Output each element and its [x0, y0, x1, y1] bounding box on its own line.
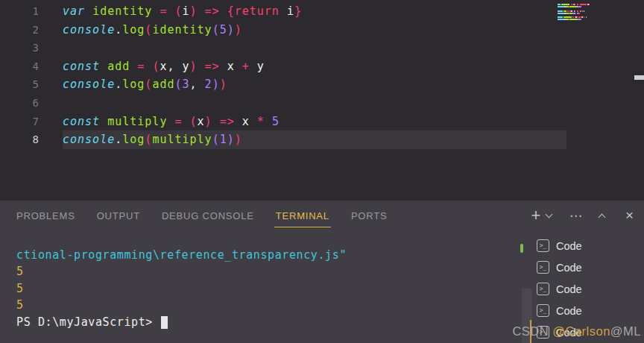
code-token: =>	[205, 60, 220, 73]
tab-problems[interactable]: PROBLEMS	[16, 201, 75, 230]
code-text: console.log(identity(5))	[63, 21, 242, 40]
code-line[interactable]: 1var identity = (i) => {return i}	[0, 2, 566, 21]
terminal-output: ctional-programming\reference_transparen…	[16, 247, 347, 330]
plus-icon[interactable]: +	[529, 206, 543, 225]
terminal-icon: >_	[537, 261, 549, 274]
code-token: )	[212, 78, 220, 91]
terminal-prompt-line: PS D:\myJavaScript>	[16, 314, 347, 330]
code-line[interactable]: 3	[0, 39, 566, 57]
code-token: multiply	[152, 133, 212, 146]
panel-tab-bar: PROBLEMSOUTPUTDEBUG CONSOLETERMINALPORTS	[0, 201, 387, 230]
code-token	[198, 78, 205, 91]
code-token	[265, 115, 272, 128]
chevron-down-icon	[545, 211, 552, 218]
line-number: 8	[0, 130, 39, 149]
bottom-panel: PROBLEMSOUTPUTDEBUG CONSOLETERMINALPORTS…	[0, 200, 644, 343]
code-token	[85, 4, 92, 18]
active-terminal-indicator	[520, 244, 523, 253]
code-line[interactable]: 6	[0, 94, 566, 113]
code-token: x	[242, 115, 250, 128]
code-token: (	[212, 133, 220, 146]
code-token: )	[235, 133, 242, 146]
tab-debug-console[interactable]: DEBUG CONSOLE	[162, 201, 254, 230]
code-token	[198, 60, 205, 73]
code-token	[100, 60, 107, 73]
code-token: =	[174, 115, 182, 128]
watermark-suffix: @ML	[610, 324, 641, 338]
code-token: .	[115, 78, 122, 91]
line-number: 5	[0, 75, 39, 94]
ellipsis-icon[interactable]: ⋯	[569, 208, 583, 224]
code-lines: 1var identity = (i) => {return i}2consol…	[0, 2, 566, 149]
code-token: 3	[183, 78, 190, 91]
terminal-icon: >_	[537, 304, 549, 317]
code-token: *	[257, 115, 265, 128]
close-icon[interactable]: ×	[625, 207, 634, 224]
code-token	[145, 60, 152, 73]
terminal-icon: >_	[537, 239, 549, 252]
code-line[interactable]: 4const add = (x, y) => x + y	[0, 57, 566, 76]
code-token: (	[174, 4, 182, 18]
code-token: const	[63, 60, 100, 73]
code-line[interactable]: 7const multiply = (x) => x * 5	[0, 113, 566, 131]
chevron-down-icon[interactable]	[546, 214, 552, 217]
code-token	[250, 60, 257, 73]
minimap-line	[558, 19, 625, 21]
terminal-list-item[interactable]: >_Code	[537, 300, 641, 321]
code-token: identity	[152, 23, 212, 37]
code-token: y	[257, 60, 265, 73]
code-line[interactable]: 8console.log(multiply(1))	[0, 130, 566, 149]
code-line[interactable]: 2console.log(identity(5))	[0, 21, 566, 40]
code-line[interactable]: 5console.log(add(3, 2))	[0, 75, 566, 94]
line-number: 7	[0, 113, 39, 131]
code-token: )	[190, 4, 198, 18]
scrollbar-thumb[interactable]	[634, 75, 644, 80]
code-token: .	[115, 133, 122, 146]
code-token: )	[235, 23, 242, 37]
tab-ports[interactable]: PORTS	[351, 201, 388, 230]
code-token: {	[227, 4, 235, 18]
terminal-list-item[interactable]: >_Code	[537, 257, 641, 278]
code-token: add	[107, 60, 130, 73]
terminal-cursor	[161, 316, 168, 329]
line-number: 3	[0, 39, 39, 57]
code-token: .	[115, 23, 122, 37]
code-token: (	[174, 78, 182, 91]
code-token: (	[145, 23, 152, 37]
terminal-list-label: Code	[556, 283, 582, 295]
code-token: log	[122, 78, 145, 91]
code-text: console.log(multiply(1))	[63, 130, 566, 149]
tab-terminal[interactable]: TERMINAL	[276, 201, 329, 230]
code-token: 2	[205, 78, 212, 91]
watermark-prefix: CSDN	[512, 324, 552, 338]
code-token	[130, 60, 137, 73]
code-token: =	[137, 60, 145, 73]
code-text: console.log(add(3, 2))	[63, 75, 227, 94]
tab-output[interactable]: OUTPUT	[97, 201, 140, 230]
code-token	[198, 4, 205, 18]
terminal-list-label: Code	[556, 240, 582, 252]
code-token	[220, 4, 227, 18]
code-token: 5	[272, 115, 280, 128]
code-token: =	[160, 4, 167, 18]
watermark-username: @Carlson	[552, 324, 610, 338]
code-token: add	[152, 78, 174, 91]
code-token	[212, 115, 220, 128]
chevron-up-icon[interactable]	[599, 212, 604, 220]
code-token: )	[227, 133, 235, 146]
code-token	[183, 115, 190, 128]
code-token: console	[63, 133, 115, 146]
code-token	[250, 115, 257, 128]
code-token	[220, 60, 227, 73]
code-token: =>	[220, 115, 235, 128]
code-token: var	[63, 4, 85, 18]
code-token: console	[63, 78, 115, 91]
terminal-list-item[interactable]: >_Code	[537, 235, 641, 257]
minimap[interactable]	[558, 4, 625, 20]
terminal-list-item[interactable]: >_Code	[537, 278, 641, 300]
editor-pane[interactable]: 1var identity = (i) => {return i}2consol…	[0, 0, 644, 200]
code-text: const add = (x, y) => x + y	[63, 57, 265, 76]
code-token: 5	[220, 23, 227, 37]
code-token: i	[287, 4, 294, 18]
code-token: multiply	[107, 115, 167, 128]
